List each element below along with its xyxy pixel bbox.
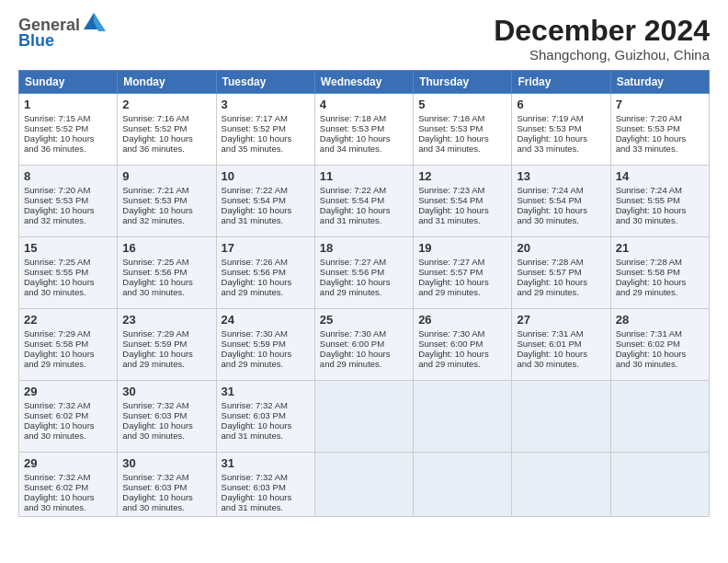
calendar-week-3: 15Sunrise: 7:25 AMSunset: 5:55 PMDayligh… — [19, 237, 710, 309]
table-row: 20Sunrise: 7:28 AMSunset: 5:57 PMDayligh… — [512, 237, 610, 309]
table-row — [414, 381, 512, 453]
table-row: 2Sunrise: 7:16 AMSunset: 5:52 PMDaylight… — [118, 94, 216, 166]
table-row: 3Sunrise: 7:17 AMSunset: 5:52 PMDaylight… — [216, 94, 314, 166]
table-row: 30Sunrise: 7:32 AMSunset: 6:03 PMDayligh… — [118, 381, 216, 453]
calendar-subtitle: Shangchong, Guizhou, China — [494, 47, 710, 63]
table-row: 16Sunrise: 7:25 AMSunset: 5:56 PMDayligh… — [118, 237, 216, 309]
table-row: 23Sunrise: 7:29 AMSunset: 5:59 PMDayligh… — [118, 309, 216, 381]
header: General Blue December 2024 Shangchong, G… — [18, 15, 710, 63]
table-row — [610, 453, 709, 517]
table-row — [512, 381, 610, 453]
logo-icon — [82, 11, 106, 35]
table-row: 15Sunrise: 7:25 AMSunset: 5:55 PMDayligh… — [19, 237, 118, 309]
table-row: 17Sunrise: 7:26 AMSunset: 5:56 PMDayligh… — [216, 237, 314, 309]
table-row: 10Sunrise: 7:22 AMSunset: 5:54 PMDayligh… — [216, 166, 314, 237]
col-sunday: Sunday — [19, 71, 118, 94]
table-row: 31Sunrise: 7:32 AMSunset: 6:03 PMDayligh… — [216, 381, 314, 453]
col-wednesday: Wednesday — [314, 71, 413, 94]
table-row — [512, 453, 610, 517]
page: General Blue December 2024 Shangchong, G… — [0, 0, 728, 563]
calendar-week-4: 22Sunrise: 7:29 AMSunset: 5:58 PMDayligh… — [19, 309, 710, 381]
table-row: 24Sunrise: 7:30 AMSunset: 5:59 PMDayligh… — [216, 309, 314, 381]
table-row — [414, 453, 512, 517]
table-row: 19Sunrise: 7:27 AMSunset: 5:57 PMDayligh… — [414, 237, 512, 309]
table-row: 29Sunrise: 7:32 AMSunset: 6:02 PMDayligh… — [19, 453, 118, 517]
calendar-table: Sunday Monday Tuesday Wednesday Thursday… — [18, 70, 710, 517]
table-row: 6Sunrise: 7:19 AMSunset: 5:53 PMDaylight… — [512, 94, 610, 166]
table-row: 14Sunrise: 7:24 AMSunset: 5:55 PMDayligh… — [610, 166, 709, 237]
table-row: 21Sunrise: 7:28 AMSunset: 5:58 PMDayligh… — [610, 237, 709, 309]
table-row: 25Sunrise: 7:30 AMSunset: 6:00 PMDayligh… — [314, 309, 413, 381]
col-tuesday: Tuesday — [216, 71, 314, 94]
col-thursday: Thursday — [414, 71, 512, 94]
table-row — [314, 453, 413, 517]
logo: General Blue — [18, 15, 106, 51]
calendar-week-1: 1Sunrise: 7:15 AMSunset: 5:52 PMDaylight… — [19, 94, 710, 166]
table-row: 1Sunrise: 7:15 AMSunset: 5:52 PMDaylight… — [19, 94, 118, 166]
calendar-title: December 2024 — [494, 15, 710, 47]
table-row: 11Sunrise: 7:22 AMSunset: 5:54 PMDayligh… — [314, 166, 413, 237]
table-row: 31Sunrise: 7:32 AMSunset: 6:03 PMDayligh… — [216, 453, 314, 517]
calendar-week-2: 8Sunrise: 7:20 AMSunset: 5:53 PMDaylight… — [19, 166, 710, 237]
col-monday: Monday — [118, 71, 216, 94]
table-row: 18Sunrise: 7:27 AMSunset: 5:56 PMDayligh… — [314, 237, 413, 309]
col-friday: Friday — [512, 71, 610, 94]
table-row — [314, 381, 413, 453]
table-row: 9Sunrise: 7:21 AMSunset: 5:53 PMDaylight… — [118, 166, 216, 237]
table-row: 4Sunrise: 7:18 AMSunset: 5:53 PMDaylight… — [314, 94, 413, 166]
table-row: 7Sunrise: 7:20 AMSunset: 5:53 PMDaylight… — [610, 94, 709, 166]
table-row: 29Sunrise: 7:32 AMSunset: 6:02 PMDayligh… — [19, 381, 118, 453]
table-row: 28Sunrise: 7:31 AMSunset: 6:02 PMDayligh… — [610, 309, 709, 381]
header-row: Sunday Monday Tuesday Wednesday Thursday… — [19, 71, 710, 94]
table-row: 12Sunrise: 7:23 AMSunset: 5:54 PMDayligh… — [414, 166, 512, 237]
calendar-week-5: 29Sunrise: 7:32 AMSunset: 6:02 PMDayligh… — [19, 381, 710, 453]
table-row: 30Sunrise: 7:32 AMSunset: 6:03 PMDayligh… — [118, 453, 216, 517]
table-row: 22Sunrise: 7:29 AMSunset: 5:58 PMDayligh… — [19, 309, 118, 381]
table-row: 27Sunrise: 7:31 AMSunset: 6:01 PMDayligh… — [512, 309, 610, 381]
table-row — [610, 381, 709, 453]
table-row: 8Sunrise: 7:20 AMSunset: 5:53 PMDaylight… — [19, 166, 118, 237]
title-block: December 2024 Shangchong, Guizhou, China — [494, 15, 710, 63]
table-row: 13Sunrise: 7:24 AMSunset: 5:54 PMDayligh… — [512, 166, 610, 237]
calendar-week-6: 29Sunrise: 7:32 AMSunset: 6:02 PMDayligh… — [19, 453, 710, 517]
table-row: 5Sunrise: 7:18 AMSunset: 5:53 PMDaylight… — [414, 94, 512, 166]
col-saturday: Saturday — [610, 71, 709, 94]
table-row: 26Sunrise: 7:30 AMSunset: 6:00 PMDayligh… — [414, 309, 512, 381]
